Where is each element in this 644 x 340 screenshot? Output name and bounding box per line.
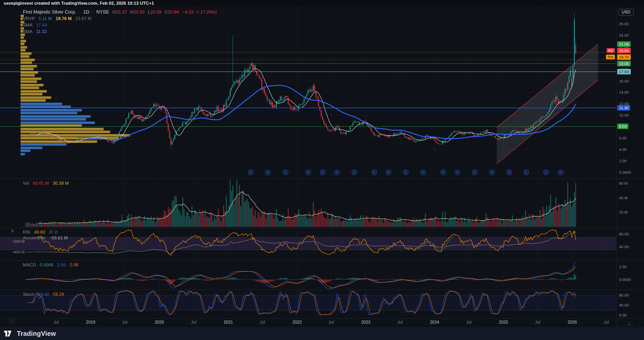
symbol-exchange: NYSE xyxy=(96,9,109,15)
separator-dot: · xyxy=(79,10,81,15)
stoch-tick-label: 80.00 xyxy=(619,293,629,297)
price-tick-label: 14.00 xyxy=(619,90,629,94)
high-key: H xyxy=(130,10,133,15)
price-axis[interactable]: USD 26.0024.0022.0020.0018.0016.0014.001… xyxy=(616,0,644,327)
sma-fast-row[interactable]: SMA 17.64 xyxy=(23,22,217,28)
open-value: 22.37 xyxy=(116,10,127,15)
price-badge-19.05: 19.05 xyxy=(617,61,631,66)
time-label-2023: 2023 xyxy=(358,320,374,325)
vrvp-row[interactable]: VRVP 5.11 M 18.76 M 23.87 M xyxy=(23,15,217,22)
accum-dist-tick-label: −400 M xyxy=(11,250,24,254)
time-label-jul: Jul xyxy=(323,320,339,325)
macd-signal-value: 2.08 xyxy=(69,262,78,267)
accum-dist-label: Accum/Dist xyxy=(23,235,45,240)
volume-tick-label: 20 M xyxy=(619,210,628,214)
time-label-jul: Jul xyxy=(48,320,64,325)
tradingview-screenshot: savepiginvest created with TradingView.c… xyxy=(0,0,644,340)
price-tick-label: 4.00 xyxy=(619,147,627,152)
time-label-jul: Jul xyxy=(598,320,614,325)
price-badge-17.63: 17.63 xyxy=(617,69,631,74)
tradingview-brand-text[interactable]: TradingView xyxy=(17,330,56,337)
plot-tag-pre: Pre xyxy=(606,55,615,59)
high-value: 23.50 xyxy=(133,10,145,15)
volume-tick-label: 60 M xyxy=(619,181,628,185)
macd-tick-label: 0.0000 xyxy=(619,277,631,282)
currency-toggle-button[interactable]: USD xyxy=(619,9,634,16)
rsi-value: 49.83 xyxy=(34,230,45,235)
symbol-row[interactable]: First Majestic Silver Corp. · 1D · NYSE … xyxy=(23,9,217,15)
main-legend[interactable]: First Majestic Silver Corp. · 1D · NYSE … xyxy=(23,9,217,35)
separator-dot: · xyxy=(92,10,94,15)
time-label-jul: Jul xyxy=(392,320,408,325)
time-label-2026: 2026 xyxy=(564,320,580,325)
time-label-jul: Jul xyxy=(461,320,477,325)
vrvp-value-1: 5.11 M xyxy=(39,16,52,21)
stoch-legend[interactable]: Stoch 30.40 59.29 xyxy=(23,291,64,298)
stoch-k-value: 30.40 xyxy=(38,292,49,297)
price-badge-11.30: 11.30 xyxy=(617,105,630,111)
price-tick-label: 2.00 xyxy=(619,159,627,163)
price-tick-label: 10.00 xyxy=(619,113,629,117)
watermark-text: savepiginvest created with TradingView.c… xyxy=(4,1,154,6)
vrvp-value-2: 18.76 M xyxy=(56,16,72,21)
close-value: 20.84 xyxy=(168,10,179,15)
stoch-tick-label: 40.00 xyxy=(619,303,629,307)
vrvp-label: VRVP xyxy=(23,16,35,21)
time-label-jul: Jul xyxy=(255,320,270,325)
volume-label: Vol xyxy=(23,181,29,186)
macd-legend[interactable]: MACD 0.0069 2.09 2.08 xyxy=(23,262,78,268)
watermark-header: savepiginvest created with TradingView.c… xyxy=(0,0,644,7)
time-label-2025: 2025 xyxy=(496,320,511,325)
volume-tick-label: 40 M xyxy=(619,196,628,200)
time-label-2024: 2024 xyxy=(427,320,442,325)
symbol-title: First Majestic Silver Corp. xyxy=(23,9,76,15)
price-tick-label: 0.0000 xyxy=(619,170,631,175)
low-key: L xyxy=(148,10,150,15)
change-percent: (−17.20%) xyxy=(196,10,217,15)
low-value: 20.59 xyxy=(150,10,162,15)
time-axis[interactable]: Jul2019Jul2020Jul2021Jul2022Jul2023Jul20… xyxy=(0,318,616,327)
sma-slow-row[interactable]: SMA 11.32 xyxy=(23,28,217,35)
sma-fast-value: 17.64 xyxy=(36,23,47,28)
accum-dist-legend[interactable]: Accum/Dist −53.61 M xyxy=(23,235,68,241)
rsi-tick-label: 80.00 xyxy=(619,232,629,236)
rsi-empty-values: ∅ ∅ xyxy=(49,230,58,235)
chart-canvas[interactable] xyxy=(0,0,644,340)
macd-label: MACD xyxy=(23,262,36,267)
stoch-tick-label: 0.00 xyxy=(619,313,627,317)
sma-slow-label: SMA xyxy=(23,29,32,34)
symbol-interval: 1D xyxy=(83,9,89,15)
macd-tick-label: 2.00 xyxy=(619,265,627,269)
macd-line-value: 2.09 xyxy=(57,262,66,267)
volume-ma-value: 30.39 M xyxy=(53,181,69,186)
tradingview-logo-icon[interactable] xyxy=(4,331,14,337)
volume-legend[interactable]: Vol 60.81 M 30.39 M xyxy=(23,180,69,187)
stoch-d-value: 59.29 xyxy=(53,292,64,297)
time-label-jul: Jul xyxy=(530,320,545,325)
price-tick-label: 6.00 xyxy=(619,136,627,140)
volume-value: 60.81 M xyxy=(33,181,49,186)
sma-fast-label: SMA xyxy=(23,23,32,28)
time-label-2019: 2019 xyxy=(83,320,98,325)
open-key: O xyxy=(112,10,116,15)
price-tick-label: 24.00 xyxy=(619,33,629,37)
plot-tag-ag: AG xyxy=(607,48,615,53)
rsi-label: RSI xyxy=(23,230,30,235)
price-badge-8.04: 8.04 xyxy=(617,124,628,129)
vrvp-value-3: 23.87 M xyxy=(75,16,91,21)
time-label-2020: 2020 xyxy=(152,320,167,325)
footer-bar: TradingView xyxy=(0,327,644,340)
close-key: C xyxy=(165,10,168,15)
sma-slow-value: 11.32 xyxy=(36,29,47,34)
time-label-jul: Jul xyxy=(117,320,132,325)
accum-dist-tick-label: 0 xyxy=(11,229,14,233)
time-label-2022: 2022 xyxy=(289,320,305,325)
time-label-jul: Jul xyxy=(186,320,201,325)
change-value: −4.33 xyxy=(182,10,193,15)
macd-hist-value: 0.0069 xyxy=(40,262,53,267)
price-tick-label: 26.00 xyxy=(619,22,629,26)
rsi-tick-label: 40.00 xyxy=(619,245,629,249)
price-badge-20.84: 20.84 xyxy=(617,48,631,53)
accum-dist-tick-label: −200 M xyxy=(11,239,24,243)
time-label-2021: 2021 xyxy=(221,320,236,325)
